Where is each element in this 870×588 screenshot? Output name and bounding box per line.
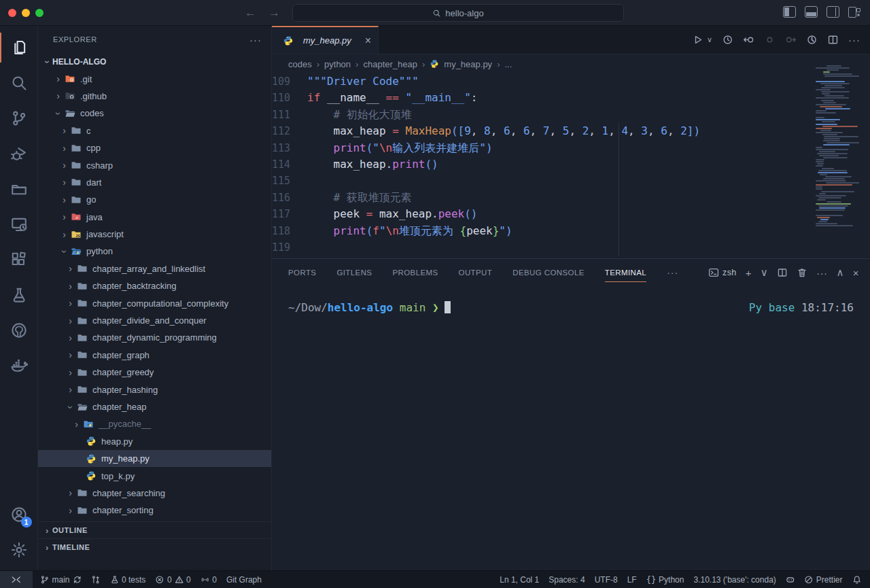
status-ln-1-col-1[interactable]: Ln 1, Col 1 (495, 571, 544, 588)
shell-selector[interactable]: zsh (708, 267, 737, 278)
activity-source-control[interactable] (0, 101, 38, 136)
tree-item-go[interactable]: ›go (38, 191, 271, 208)
status-git-graph[interactable]: Git Graph (222, 571, 266, 588)
status-0[interactable]: 0 (196, 571, 222, 588)
minimap[interactable] (814, 65, 859, 227)
nav-back-icon[interactable]: ← (245, 6, 256, 20)
nav-forward-icon[interactable]: → (268, 6, 280, 20)
code-line-118[interactable]: 118 print(f"\n堆顶元素为 {peek}") (272, 223, 870, 239)
panel-tabs-overflow-icon[interactable]: ··· (667, 267, 678, 278)
toggle-right-sidebar-icon[interactable] (826, 6, 839, 18)
tree-item-csharp[interactable]: ›csharp (38, 156, 271, 173)
activity-project-manager[interactable] (0, 171, 38, 207)
open-changes-next-icon[interactable] (785, 34, 797, 46)
activity-run-debug[interactable] (0, 136, 38, 171)
status-utf-8[interactable]: UTF-8 (590, 571, 623, 588)
unchanged-icon[interactable] (764, 34, 776, 46)
tree-item-chapter_array_and_linkedlist[interactable]: ›chapter_array_and_linkedlist (38, 260, 271, 277)
status-spaces-4[interactable]: Spaces: 4 (544, 571, 589, 588)
tree-item-chapter_heap[interactable]: ›chapter_heap (38, 398, 271, 415)
activity-docker[interactable] (0, 348, 38, 383)
code-line-113[interactable]: 113 print("\n输入列表并建堆后") (272, 140, 870, 156)
status-git-compare[interactable] (86, 571, 105, 588)
activity-settings[interactable] (0, 532, 38, 568)
close-panel-icon[interactable]: × (853, 267, 859, 279)
explorer-more-icon[interactable]: ··· (249, 34, 262, 46)
split-terminal-icon[interactable] (777, 267, 788, 278)
tab-close-icon[interactable]: × (365, 35, 371, 47)
code-line-110[interactable]: 110if __name__ == "__main__": (272, 90, 870, 106)
tree-item-my_heap.py[interactable]: my_heap.py (38, 450, 271, 467)
tree-item-codes[interactable]: ›codes (38, 105, 271, 122)
activity-extensions[interactable] (0, 242, 38, 277)
tree-item-python[interactable]: ›python (38, 243, 271, 260)
status-remote-indicator[interactable] (0, 571, 33, 588)
tree-item-chapter_backtracking[interactable]: ›chapter_backtracking (38, 277, 271, 294)
status-bell[interactable] (848, 571, 867, 588)
tree-item-__pycache__[interactable]: ›__pycache__ (38, 415, 271, 432)
run-dropdown-chevron-icon[interactable]: ∨ (707, 35, 712, 44)
tree-root-hello-algo[interactable]: ›HELLO-ALGO (38, 53, 271, 70)
split-editor-icon[interactable] (827, 34, 839, 46)
status-0-tests[interactable]: 0 tests (105, 571, 151, 588)
tree-item-chapter_sorting[interactable]: ›chapter_sorting (38, 502, 271, 519)
tree-item-.git[interactable]: ›.git (38, 70, 271, 87)
toggle-left-sidebar-icon[interactable] (783, 6, 796, 18)
panel-tab-terminal[interactable]: TERMINAL (605, 259, 646, 286)
command-center-search[interactable]: hello-algo (292, 4, 624, 22)
status-3-10-13-base-conda[interactable]: 3.10.13 ('base': conda) (689, 571, 780, 588)
panel-tab-debug-console[interactable]: DEBUG CONSOLE (512, 259, 585, 286)
code-line-119[interactable]: 119 (272, 239, 870, 256)
activity-github[interactable] (0, 313, 38, 348)
toggle-panel-icon[interactable] (805, 6, 818, 18)
code-line-117[interactable]: 117 peek = max_heap.peek() (272, 206, 870, 222)
tree-item-cpp[interactable]: ›cpp (38, 139, 271, 156)
code-line-112[interactable]: 112 max_heap = MaxHeap([9, 8, 6, 6, 7, 5… (272, 123, 870, 139)
close-window-button[interactable] (8, 9, 16, 17)
zoom-window-button[interactable] (35, 9, 44, 17)
activity-remote-explorer[interactable] (0, 207, 38, 242)
maximize-panel-icon[interactable]: ∧ (836, 266, 843, 279)
terminal-dropdown-chevron-icon[interactable]: ∨ (761, 266, 768, 279)
breadcrumb-item[interactable]: my_heap.py (444, 59, 492, 69)
tree-item-top_k.py[interactable]: top_k.py (38, 467, 271, 484)
status-python[interactable]: {}Python (642, 571, 689, 588)
activity-search[interactable] (0, 65, 38, 101)
customize-layout-icon[interactable] (848, 6, 862, 18)
breadcrumb-item[interactable]: ... (504, 59, 512, 69)
panel-tab-problems[interactable]: PROBLEMS (392, 259, 438, 286)
tree-item-chapter_hashing[interactable]: ›chapter_hashing (38, 381, 271, 398)
history-icon[interactable] (722, 34, 733, 46)
breadcrumb-item[interactable]: python (324, 59, 351, 69)
more-actions-icon[interactable]: ··· (848, 34, 860, 46)
panel-tab-output[interactable]: OUTPUT (459, 259, 493, 286)
new-terminal-icon[interactable]: + (746, 267, 752, 279)
terminal-more-icon[interactable]: ··· (816, 267, 827, 279)
panel-tab-ports[interactable]: PORTS (288, 259, 316, 286)
activity-testing[interactable] (0, 277, 38, 313)
status-0[interactable]: 00 (150, 571, 195, 588)
tree-item-chapter_dynamic_programming[interactable]: ›chapter_dynamic_programming (38, 329, 271, 346)
status-main[interactable]: main (35, 571, 86, 588)
kill-terminal-icon[interactable] (797, 267, 807, 278)
tree-item-chapter_greedy[interactable]: ›chapter_greedy (38, 364, 271, 381)
breadcrumb-item[interactable]: codes (288, 59, 312, 69)
tree-item-java[interactable]: ›java (38, 209, 271, 226)
tree-item-heap.py[interactable]: heap.py (38, 433, 271, 450)
status-copilot[interactable] (781, 571, 800, 588)
status-prettier[interactable]: Prettier (799, 571, 847, 588)
status-lf[interactable]: LF (623, 571, 642, 588)
code-line-116[interactable]: 116 # 获取堆顶元素 (272, 190, 870, 206)
tree-item-javascript[interactable]: ›JSjavascript (38, 226, 271, 243)
tab-my-heap[interactable]: my_heap.py × (272, 26, 379, 54)
activity-explorer[interactable] (0, 30, 38, 65)
breadcrumb-item[interactable]: chapter_heap (363, 59, 417, 69)
tree-item-chapter_computational_complexity[interactable]: ›chapter_computational_complexity (38, 294, 271, 311)
run-icon[interactable] (692, 34, 703, 46)
panel-tab-gitlens[interactable]: GITLENS (336, 259, 372, 286)
tree-item-chapter_graph[interactable]: ›chapter_graph (38, 347, 271, 364)
activity-accounts[interactable]: 1 (0, 497, 38, 532)
code-line-109[interactable]: 109"""Driver Code""" (272, 73, 870, 90)
tree-item-.github[interactable]: ›.github (38, 88, 271, 105)
tree-item-dart[interactable]: ›dart (38, 174, 271, 191)
